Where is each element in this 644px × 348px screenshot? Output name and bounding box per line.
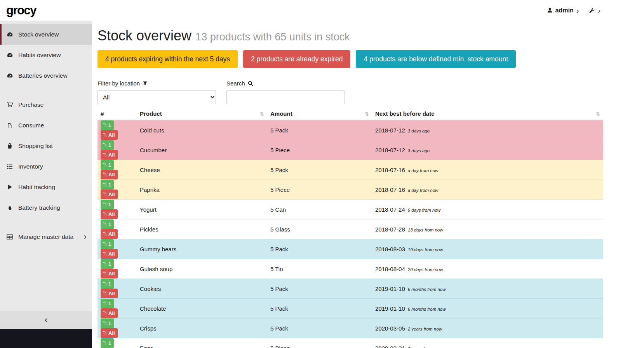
- table-row: 1AllCold cuts5 Pack2018-07-123 days ago: [97, 120, 603, 140]
- cutlery-icon: [103, 202, 107, 207]
- table-row: 1AllCrisps5 Pack2020-03-052 years from n…: [97, 318, 603, 338]
- stock-table-body: 1AllCold cuts5 Pack2018-07-123 days ago1…: [97, 120, 603, 348]
- time-ago-note: 6 months from now: [408, 307, 446, 311]
- consume-one-button[interactable]: 1: [101, 239, 114, 249]
- cutlery-icon: [103, 133, 107, 137]
- consume-all-button[interactable]: All: [101, 150, 118, 160]
- consume-one-button[interactable]: 1: [101, 279, 114, 289]
- consume-one-button[interactable]: 1: [101, 160, 114, 170]
- filter-label: Filter by location: [97, 80, 216, 87]
- sidebar-item-label: Inventory: [18, 163, 43, 170]
- cutlery-icon: [103, 242, 107, 246]
- product-amount: 5 Pack: [267, 160, 372, 180]
- consume-all-button[interactable]: All: [101, 308, 118, 318]
- consume-all-button[interactable]: All: [101, 328, 118, 338]
- table-row: 1AllCucumber5 Piece2018-07-123 days ago: [97, 140, 603, 160]
- cutlery-icon: [103, 282, 107, 286]
- product-name: Paprika: [137, 180, 267, 200]
- page-title: Stock overview 13 products with 65 units…: [97, 28, 603, 44]
- best-before-date: 2018-07-249 days from now: [372, 200, 603, 219]
- best-before-date: 2018-07-16a day from now: [372, 160, 603, 180]
- consume-all-button[interactable]: All: [101, 229, 118, 239]
- product-name: Cheese: [137, 160, 267, 180]
- sidebar-item-label: Purchase: [18, 101, 44, 108]
- sidebar-item-stock-overview[interactable]: Stock overview: [0, 24, 92, 45]
- product-name: Chocolate: [137, 299, 267, 318]
- consume-all-button[interactable]: All: [101, 170, 118, 179]
- time-ago-note: 13 days from now: [408, 228, 443, 232]
- consume-one-button[interactable]: 1: [101, 259, 114, 269]
- table-row: 1AllPickles5 Glass2018-07-2813 days from…: [97, 219, 603, 239]
- consume-one-button[interactable]: 1: [101, 299, 114, 308]
- column-header-next-best-before-date[interactable]: Next best before date⇅: [372, 109, 603, 120]
- consume-one-button[interactable]: 1: [101, 140, 114, 150]
- row-actions: 1All: [97, 259, 137, 279]
- consume-one-button[interactable]: 1: [101, 180, 114, 190]
- sidebar-item-batteries-overview[interactable]: Batteries overview: [0, 65, 92, 86]
- best-before-date: 2018-07-16a day from now: [372, 180, 603, 200]
- consume-one-button[interactable]: 1: [101, 120, 114, 130]
- user-menu[interactable]: admin ›: [547, 6, 579, 14]
- sidebar-item-shopping-list[interactable]: Shopping list: [0, 136, 92, 156]
- cutlery-icon: [103, 212, 107, 216]
- product-amount: 5 Pack: [267, 120, 372, 140]
- table-row: 1AllPaprika5 Piece2018-07-16a day from n…: [97, 180, 603, 200]
- search-input[interactable]: [226, 90, 345, 104]
- alert-warning-button[interactable]: 4 products expiring within the next 5 da…: [97, 50, 238, 68]
- settings-menu[interactable]: ›: [589, 6, 600, 14]
- consume-one-button[interactable]: 1: [101, 200, 114, 209]
- user-name: admin: [555, 7, 574, 14]
- sidebar-item-purchase[interactable]: Purchase: [0, 94, 92, 115]
- product-amount: 5 Pack: [267, 239, 372, 259]
- alert-danger-button[interactable]: 2 products are already expired: [243, 50, 350, 68]
- location-filter-select[interactable]: All: [97, 90, 216, 104]
- app-root: grocy admin › › Stock overviewHabits ove…: [0, 0, 644, 348]
- sort-icon: ⇅: [260, 110, 264, 117]
- chevron-right-icon: ›: [84, 233, 87, 241]
- consume-one-button[interactable]: 1: [101, 318, 114, 328]
- app-logo[interactable]: grocy: [6, 3, 36, 17]
- cutlery-icon: [103, 252, 107, 256]
- sidebar-item-habits-overview[interactable]: Habits overview: [0, 45, 92, 65]
- row-actions: 1All: [97, 239, 137, 259]
- row-actions: 1All: [97, 140, 137, 160]
- filter-icon: [143, 81, 148, 86]
- sidebar-item-label: Batteries overview: [18, 72, 68, 79]
- play-icon: [6, 184, 13, 190]
- cutlery-icon: [103, 163, 107, 167]
- sidebar-item-manage-master-data[interactable]: Manage master data›: [0, 226, 92, 247]
- sidebar-item-inventory[interactable]: Inventory: [0, 156, 92, 177]
- sidebar-item-habit-tracking[interactable]: Habit tracking: [0, 177, 92, 197]
- cutlery-icon: [103, 262, 107, 266]
- product-amount: 5 Pack: [267, 318, 372, 338]
- sidebar-item-battery-tracking[interactable]: Battery tracking: [0, 197, 92, 218]
- stock-table-header: #Product⇅Amount⇅Next best before date⇅: [97, 109, 603, 120]
- best-before-date: 2018-08-0319 days from now: [372, 239, 603, 259]
- time-ago-note: 3 days ago: [408, 148, 430, 153]
- cutlery-icon: [103, 321, 107, 325]
- consume-one-button[interactable]: 1: [101, 338, 114, 348]
- column-header-product[interactable]: Product⇅: [137, 109, 267, 120]
- cutlery-icon: [103, 341, 107, 345]
- consume-all-button[interactable]: All: [101, 209, 118, 219]
- table-icon: [6, 234, 13, 240]
- sidebar-collapse-button[interactable]: ‹: [0, 311, 92, 329]
- sidebar-item-consume[interactable]: Consume: [0, 115, 92, 136]
- consume-all-button[interactable]: All: [101, 190, 118, 199]
- product-amount: 5 Piece: [267, 140, 372, 160]
- cutlery-icon: [103, 222, 107, 226]
- product-name: Crisps: [137, 318, 267, 338]
- table-row: 1AllCheese5 Pack2018-07-16a day from now: [97, 160, 603, 180]
- table-controls: Filter by location All Search: [97, 80, 603, 104]
- consume-all-button[interactable]: All: [101, 289, 118, 298]
- consume-all-button[interactable]: All: [101, 249, 118, 259]
- column-header-amount[interactable]: Amount⇅: [267, 109, 372, 120]
- table-row: 1AllGummy bears5 Pack2018-08-0319 days f…: [97, 239, 603, 259]
- alert-info-button[interactable]: 4 products are below defined min. stock …: [356, 50, 516, 68]
- cutlery-icon: [103, 123, 107, 127]
- product-amount: 5 Glass: [267, 219, 372, 239]
- consume-one-button[interactable]: 1: [101, 219, 114, 229]
- cutlery-icon: [103, 271, 107, 276]
- consume-all-button[interactable]: All: [101, 130, 118, 140]
- consume-all-button[interactable]: All: [101, 269, 118, 278]
